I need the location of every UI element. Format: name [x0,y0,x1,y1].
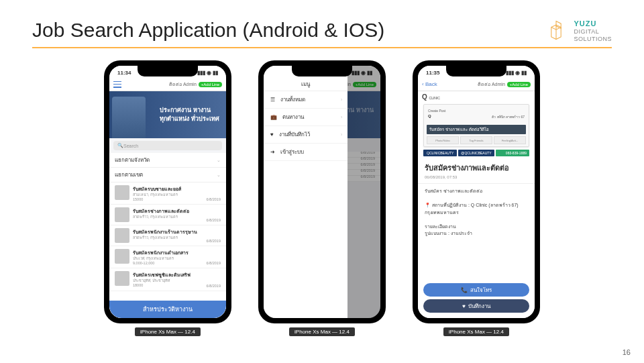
filter-district[interactable]: แยกตามเขต⌄ [109,168,226,183]
job-title: รับสมัครเชฟซูชิและดิมเสริฟ [133,271,221,278]
filter-province-label: แยกตามจังหวัด [115,156,150,164]
company-logo: Q CLINIC [418,91,535,103]
phone-mockup-1: 11:34 ▮▮▮ ◉ ▮▮ ติดต่อ Admin+Add Line ประ… [104,60,231,323]
back-label: Back [425,81,437,87]
drawer-item-saved[interactable]: ♥งานที่บันทึกไว้› [264,126,347,144]
chevron-right-icon: › [341,132,342,137]
heart-icon: ♥ [462,303,466,309]
job-detail-body: รับสมัคร ช่างภาพและตัดต่อ 📍 สถานที่ปฏิบั… [418,184,535,242]
job-title: รับสมัครพนักงานดำเอกสาร [133,249,221,256]
logo-sub: DIGITALSOLUTIONS [574,28,612,43]
job-sub: ประชาอุทิศ, ประชาอุทิศ [133,278,221,283]
device-label: iPhone Xs Max — 12.4 [135,327,201,336]
tag-ig: @QCLINICBEAUTY [458,150,494,156]
drawer-item-jobseeker[interactable]: 💼ตนหางาน› [264,109,347,126]
card-top-label: Create Post [428,109,445,113]
card-headline: รับสมัคร ช่างภาพ และ ตัดต่อวีดีโอ [427,125,526,134]
contact-admin-label: ติดต่อ Admin [478,82,505,87]
back-button[interactable]: ‹ Back [422,81,437,87]
hero-banner: ประกาศงาน หางาน ทุกตำแหน่ง ทั่วประเทศ [109,91,226,138]
job-thumb [115,249,129,264]
job-date: 6/8/2019 [207,197,221,201]
divider [32,47,612,48]
hero-line-1: ประกาศงาน หางาน [160,106,219,115]
job-date: 6/8/2019 [207,218,221,222]
job-sub: สามเหน่า, กรุงเทพมหานคร [133,193,221,197]
drawer-item-label: เข้าสู่ระบบ [280,148,304,156]
phone-mockup-3: 11:35▮▮▮ ◉ ▮▮ ‹ Back ติดต่อ Admin+Add Li… [413,60,540,323]
detail-location: สถานที่ปฏิบัติงาน : Q Clinic (ลาดพร้าว 6… [425,203,519,215]
nav-bar: ติดต่อ Admin+Add Line [109,78,226,91]
job-thumb [115,185,129,200]
job-thumb [115,228,129,243]
list-icon: ☰ [270,97,275,103]
chevron-down-icon: ⌄ [217,158,221,163]
side-drawer: เมนู ☰งานทั้งหมด› 💼ตนหางาน› ♥งานที่บันทึ… [264,66,347,318]
add-line-button[interactable]: +Add Line [507,82,531,87]
list-item[interactable]: รับสมัครเชฟซูชิและดิมเสริฟประชาอุทิศ, ปร… [109,268,226,291]
brand-logo: YUZU DIGITALSOLUTIONS [544,19,612,43]
drawer-item-label: งานที่บันทึกไว้ [279,130,310,139]
hero-line-2: ทุกตำแหน่ง ทั่วประเทศ [160,115,219,123]
filter-district-label: แยกตามเขต [115,170,143,179]
logo-brand: YUZU [574,19,612,28]
menu-icon[interactable] [113,81,121,88]
list-item[interactable]: รับสมัครพนักงานดำเอกสารประเวศ, กรุงเทพมห… [109,246,226,268]
drawer-item-all-jobs[interactable]: ☰งานทั้งหมด› [264,91,347,109]
filter-province[interactable]: แยกตามจังหวัด⌄ [109,153,226,168]
device-label: iPhone Xs Max — 12.4 [443,327,509,336]
job-card-image: Create Post Q ตัว คลินิก ลาดพร้าว 67 รับ… [423,104,529,147]
status-icons: ▮▮▮ ◉ ▮▮ [506,70,527,76]
interest-call-button[interactable]: 📞สนใจโทร [423,283,529,297]
status-time: 11:35 [426,70,439,76]
job-title: รับสมัครช่างภาพและตัดต่อ [133,207,221,215]
drawer-item-label: ตนหางาน [282,113,304,121]
yuzu-logo-icon [544,19,568,43]
job-thumb [115,271,129,286]
status-time: 11:34 [117,70,131,76]
heart-icon: ♥ [270,132,274,138]
job-date: 6/8/2019 [207,284,221,288]
nav-bar: ‹ Back ติดต่อ Admin+Add Line [418,78,535,91]
list-item[interactable]: รับสมัครช่างภาพและตัดต่อลาดพร้าว, กรุงเท… [109,205,226,225]
tag-phone: 083-839-1889 [496,150,529,156]
save-job-button[interactable]: ♥บันทึกงาน [423,299,529,313]
phone-icon: 📞 [461,287,468,293]
chevron-right-icon: › [341,97,342,102]
my-history-button[interactable]: สำหรประวัติหางาน [109,301,226,318]
detail-type: รูปแบบงาน : งานประจำ [425,230,528,238]
list-item[interactable]: รับสมัครบบชายและยอส์สามเหน่า, กรุงเทพมหา… [109,183,226,205]
card-mini-feeling: Feeling/Acti... [494,136,526,144]
page-number: 16 [623,348,631,356]
add-line-button[interactable]: +Add Line [199,82,222,87]
job-thumb [115,207,129,222]
interest-label: สนใจโทร [470,286,492,295]
job-date: 6/8/2019 [207,261,221,265]
status-icons: ▮▮▮ ◉ ▮▮ [197,70,218,76]
login-icon: ➜ [270,149,275,155]
detail-label: รายละเอียดงาน [425,223,528,231]
chevron-down-icon: ⌄ [217,172,221,178]
drawer-item-login[interactable]: ➜เข้าสู่ระบบ [264,144,347,161]
job-date: 6/8/2019 [207,239,221,243]
list-item[interactable]: รับสมัครพนักงานร้านดารรุษานลาดพร้าว, กรุ… [109,225,226,246]
card-mini-tag: Tag Friends [460,136,492,144]
job-detail-title: รับสมัครช่างภาพและตัดต่อ [418,158,535,175]
drawer-item-label: งานทั้งหมด [280,95,305,104]
contact-admin-label: ติดต่อ Admin [169,82,197,87]
slide-title: Job Search Application (Android & IOS) [32,19,384,42]
pin-icon: 📍 [425,203,431,207]
phone-mockup-2: 11:35▮▮▮ ◉ ▮▮ Admin+Add Line ประกาศงาน ห… [258,60,386,323]
job-list: รับสมัครบบชายและยอส์สามเหน่า, กรุงเทพมหา… [109,183,226,318]
job-title: รับสมัครบบชายและยอส์ [133,185,221,193]
detail-line1: รับสมัคร ช่างภาพและตัดต่อ [425,188,528,195]
search-input[interactable]: 🔍 Search [113,141,222,150]
card-mini-photo: Photo/Video [427,136,459,144]
device-label: iPhone Xs Max — 12.4 [289,327,355,336]
job-sub: ประเวศ, กรุงเทพมหานคร [133,256,221,261]
tag-fb: QCLINICBEAUTY [423,150,457,156]
card-badge: ตัว คลินิก ลาดพร้าว 67 [492,114,525,119]
save-label: บันทึกงาน [468,302,490,311]
job-detail-date: 06/08/2019, 07:53 [418,175,535,184]
chevron-right-icon: › [341,115,342,119]
